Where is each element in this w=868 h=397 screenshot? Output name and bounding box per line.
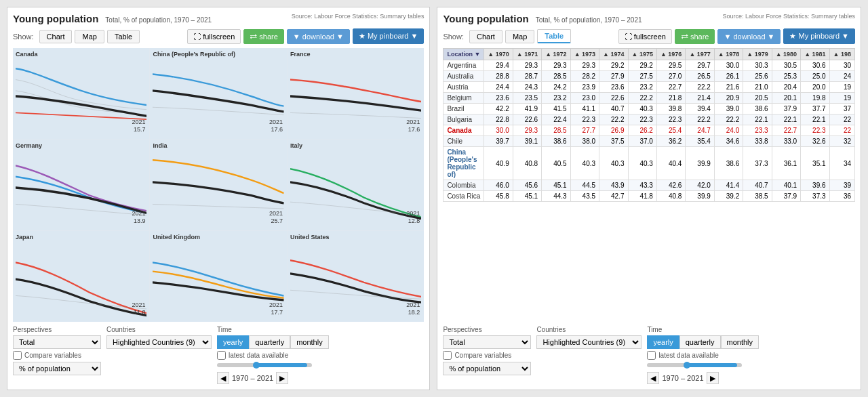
year-prev-right[interactable]: ◀ xyxy=(647,372,659,384)
compare-cb-left[interactable] xyxy=(13,351,22,360)
col-1970[interactable]: ▲ 1970 xyxy=(484,49,513,60)
fullscreen-btn-left[interactable]: ⛶ fullscreen xyxy=(187,29,241,44)
table-row: Belgium23.623.523.223.022.622.221.821.42… xyxy=(443,93,855,104)
value-cell: 40.9 xyxy=(484,147,513,180)
download-btn-left[interactable]: ▼ download ▼ xyxy=(287,29,350,44)
table-row: Australia28.828.728.528.227.927.527.026.… xyxy=(443,71,855,82)
tab-chart-right[interactable]: Chart xyxy=(469,30,502,43)
year-prev-left[interactable]: ◀ xyxy=(217,372,229,384)
value-cell: 22.1 xyxy=(801,114,829,125)
col-1979[interactable]: ▲ 1979 xyxy=(743,49,772,60)
pinboard-btn-left[interactable]: ★ My pinboard ▼ xyxy=(353,28,425,44)
time-quarterly-left[interactable]: quarterly xyxy=(249,335,290,349)
perspectives-select-left[interactable]: Total xyxy=(13,335,101,349)
time-yearly-left[interactable]: yearly xyxy=(217,335,249,349)
tab-map-right[interactable]: Map xyxy=(505,30,534,43)
download-btn-right[interactable]: ▼ download ▼ xyxy=(717,29,781,44)
value-cell: 32.6 xyxy=(801,136,829,147)
value-cell: 23.0 xyxy=(570,93,599,104)
left-title-area: Young population Total, % of population,… xyxy=(13,13,212,24)
value-cell: 20.4 xyxy=(772,82,800,93)
col-location[interactable]: Location ▼ xyxy=(443,49,484,60)
slider-track-right[interactable] xyxy=(647,363,742,367)
share-btn-right[interactable]: ⮂ share xyxy=(675,29,715,44)
countries-select-right[interactable]: Highlighted Countries (9) xyxy=(536,335,642,349)
value-cell: 29.3 xyxy=(513,60,541,71)
value-cell: 29.3 xyxy=(542,60,570,71)
value-cell: 21.0 xyxy=(743,82,772,93)
compare-cb-right[interactable] xyxy=(443,351,452,360)
col-198x[interactable]: ▲ 198 xyxy=(829,49,854,60)
tab-table-left[interactable]: Table xyxy=(107,30,140,43)
col-1971[interactable]: ▲ 1971 xyxy=(513,49,541,60)
table-row: Costa Rica45.845.144.343.542.741.840.839… xyxy=(443,191,855,202)
left-panel-subtitle: Total, % of population, 1970 – 2021 xyxy=(105,16,212,24)
value-cell: 35.1 xyxy=(801,147,829,180)
col-1973[interactable]: ▲ 1973 xyxy=(570,49,599,60)
value-cell: 29.4 xyxy=(484,60,513,71)
latest-cb-left[interactable] xyxy=(217,351,226,360)
countries-label-right: Countries xyxy=(536,326,642,333)
right-panel-header: Young population Total, % of population,… xyxy=(443,13,855,24)
col-1980[interactable]: ▲ 1980 xyxy=(772,49,800,60)
latest-cb-right[interactable] xyxy=(647,351,656,360)
time-yearly-right[interactable]: yearly xyxy=(647,335,679,349)
value-cell: 22.2 xyxy=(686,82,714,93)
compare-label-right: Compare variables xyxy=(454,352,511,359)
tab-map-left[interactable]: Map xyxy=(75,30,104,43)
measure-select-right[interactable]: % of population xyxy=(443,362,531,375)
value-cell: 44.3 xyxy=(542,191,570,202)
time-quarterly-right[interactable]: quarterly xyxy=(679,335,721,349)
value-cell: 22.6 xyxy=(513,114,541,125)
measure-select-left[interactable]: % of population xyxy=(13,362,101,375)
table-scroll[interactable]: Location ▼ ▲ 1970 ▲ 1971 ▲ 1972 ▲ 1973 ▲… xyxy=(443,48,855,322)
countries-select-left[interactable]: Highlighted Countries (9) xyxy=(106,335,212,349)
value-cell: 39.4 xyxy=(686,104,714,114)
slider-track-left[interactable] xyxy=(217,363,312,367)
value-cell: 36.1 xyxy=(772,147,800,180)
col-1981[interactable]: ▲ 1981 xyxy=(801,49,829,60)
pinboard-btn-right[interactable]: ★ My pinboard ▼ xyxy=(783,28,855,44)
right-panel-source: Source: Labour Force Statistics: Summary… xyxy=(722,13,855,20)
tab-chart-left[interactable]: Chart xyxy=(39,30,73,43)
chart-japan-label: 202111.8 xyxy=(132,301,145,316)
col-1977[interactable]: ▲ 1977 xyxy=(686,49,714,60)
time-group-left: Time yearly quarterly monthly latest dat… xyxy=(217,326,329,384)
chart-germany-title: Germany xyxy=(16,142,146,149)
value-cell: 22.2 xyxy=(686,114,714,125)
table-row: Austria24.424.324.223.923.623.222.722.22… xyxy=(443,82,855,93)
time-monthly-left[interactable]: monthly xyxy=(290,335,329,349)
col-1974[interactable]: ▲ 1974 xyxy=(599,49,628,60)
chart-us-label: 202118.2 xyxy=(406,301,420,316)
year-display-right: 1970 – 2021 xyxy=(662,374,703,382)
value-cell: 46.0 xyxy=(484,180,513,191)
value-cell: 39.2 xyxy=(714,191,743,202)
year-next-right[interactable]: ▶ xyxy=(707,372,719,384)
share-btn-left[interactable]: ⮂ share xyxy=(243,29,284,44)
year-next-left[interactable]: ▶ xyxy=(276,372,288,384)
table-row: Brazil42.241.941.541.140.740.339.839.439… xyxy=(443,104,855,114)
fullscreen-btn-right[interactable]: ⛶ fullscreen xyxy=(618,29,672,44)
value-cell: 23.6 xyxy=(484,93,513,104)
value-cell: 45.8 xyxy=(484,191,513,202)
perspectives-label-left: Perspectives xyxy=(13,326,101,333)
left-toolbar: Show: Chart Map Table ⛶ fullscreen ⮂ sha… xyxy=(13,28,424,44)
value-cell: 37.3 xyxy=(743,147,772,180)
value-cell: 38.0 xyxy=(570,136,599,147)
value-cell: 22.3 xyxy=(656,114,685,125)
value-cell: 39.9 xyxy=(686,191,714,202)
perspectives-select-right[interactable]: Total xyxy=(443,335,531,349)
col-1972[interactable]: ▲ 1972 xyxy=(542,49,570,60)
value-cell: 29.7 xyxy=(686,60,714,71)
value-cell: 23.6 xyxy=(599,82,628,93)
col-1975[interactable]: ▲ 1975 xyxy=(628,49,656,60)
value-cell: 38.6 xyxy=(714,147,743,180)
value-cell: 40.8 xyxy=(513,147,541,180)
location-cell: Colombia xyxy=(443,180,484,191)
col-1976[interactable]: ▲ 1976 xyxy=(656,49,685,60)
col-1978[interactable]: ▲ 1978 xyxy=(714,49,743,60)
location-cell: Austria xyxy=(443,82,484,93)
latest-data-right: latest data available xyxy=(647,351,759,360)
time-monthly-right[interactable]: monthly xyxy=(721,335,760,349)
tab-table-right[interactable]: Table xyxy=(537,29,571,43)
